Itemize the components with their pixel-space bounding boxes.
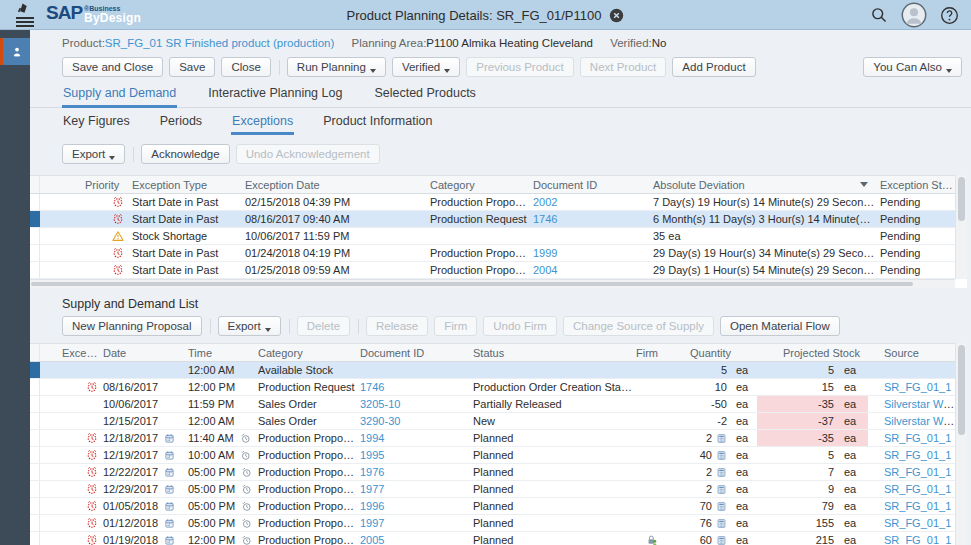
calendar-picker-icon[interactable] [164,535,175,545]
source-link[interactable]: SR_FG_01_1 [884,449,951,461]
source-link[interactable]: SR_FG_01_1 [884,500,951,512]
supply-row[interactable]: 12/19/2017 10:00 AM Production Proposal … [30,447,967,464]
export-button[interactable]: Export [218,316,281,336]
col-exception-status[interactable]: Exception Status [875,176,955,193]
clock-picker-icon[interactable] [240,450,251,461]
save-button[interactable]: Save [169,57,215,77]
document-id-link[interactable]: 3290-30 [360,415,400,427]
source-link[interactable]: Silverstar Whol... [884,415,955,427]
supply-row[interactable]: 12/18/2017 11:40 AM Production Proposal … [30,430,967,447]
clock-picker-icon[interactable] [241,518,252,529]
supply-row[interactable]: 01/19/2018 12:00 PM Production Proposal … [30,532,967,545]
supply-row[interactable]: 08/16/2017 12:00 PM Production Request 1… [30,379,967,396]
col-category[interactable]: Category [425,176,528,193]
quantity-editor-icon[interactable] [716,518,727,529]
release-button[interactable]: Release [366,316,428,336]
source-link[interactable]: SR_FG_01_1 [884,466,951,478]
row-selector[interactable] [30,447,40,463]
source-link[interactable]: SR_FG_01_1 [884,483,951,495]
user-avatar[interactable] [901,2,927,28]
col-status[interactable]: Status [467,344,635,361]
quantity-editor-icon[interactable] [716,433,727,444]
vertical-scrollbar[interactable] [955,343,967,545]
help-icon[interactable] [940,6,959,25]
calendar-picker-icon[interactable] [164,484,175,495]
document-id-link[interactable]: 1995 [360,449,384,461]
tab-selected-products[interactable]: Selected Products [373,82,476,105]
quantity-editor-icon[interactable] [716,535,727,545]
source-link[interactable]: SR_FG_01_1 [884,381,951,393]
run-planning-button[interactable]: Run Planning [287,57,386,77]
col-source[interactable]: Source [868,344,955,361]
calendar-picker-icon[interactable] [164,450,175,461]
supply-row[interactable]: 01/12/2018 05:00 PM Production Proposal … [30,515,967,532]
quantity-editor-icon[interactable] [716,501,727,512]
col-firm[interactable]: Firm [635,344,662,361]
clock-picker-icon[interactable] [241,484,252,495]
document-id-link[interactable]: 2002 [533,196,557,208]
exception-row[interactable]: Start Date in Past 01/25/2018 09:59 AM P… [30,262,967,279]
clock-picker-icon[interactable] [241,535,252,545]
col-exception-type[interactable]: Exception Type [128,176,240,193]
supply-row[interactable]: 01/05/2018 05:00 PM Production Proposal … [30,498,967,515]
tab-interactive-planning-log[interactable]: Interactive Planning Log [207,82,343,105]
supply-row-selected[interactable]: 12:00 AM Available Stock 5ea 5ea [30,362,967,379]
clock-picker-icon[interactable] [241,467,252,478]
firm-button[interactable]: Firm [434,316,477,336]
document-id-link[interactable]: 1746 [533,213,557,225]
col-date[interactable]: Date [100,344,183,361]
tab-periods[interactable]: Periods [159,112,203,135]
row-selector[interactable] [30,194,40,210]
row-selector[interactable] [30,498,40,514]
change-source-of-supply-button[interactable]: Change Source of Supply [563,316,714,336]
clock-picker-icon[interactable] [241,501,252,512]
row-selector[interactable] [30,228,40,244]
document-id-link[interactable]: 3205-10 [360,398,400,410]
open-material-flow-button[interactable]: Open Material Flow [720,316,840,336]
col-projected-stock[interactable]: Projected Stock [757,344,868,361]
col-exception-date[interactable]: Exception Date [240,176,425,193]
quantity-editor-icon[interactable] [716,450,727,461]
document-id-link[interactable]: 1977 [360,483,384,495]
row-selector[interactable] [30,245,40,261]
col-document-id[interactable]: Document ID [355,344,467,361]
calendar-picker-icon[interactable] [164,467,175,478]
quantity-editor-icon[interactable] [716,467,727,478]
document-id-link[interactable]: 2005 [360,534,384,545]
row-selector[interactable] [30,396,40,412]
document-id-link[interactable]: 1994 [360,432,384,444]
row-selector[interactable] [30,532,40,545]
exception-row[interactable]: Start Date in Past 02/15/2018 04:39 PM P… [30,194,967,211]
calendar-picker-icon[interactable] [164,501,175,512]
col-category[interactable]: Category [252,344,355,361]
horizontal-scrollbar[interactable] [30,279,955,288]
supply-row[interactable]: 10/06/2017 11:59 PM Sales Order 3205-10 … [30,396,967,413]
tab-product-information[interactable]: Product Information [322,112,433,135]
row-selector[interactable] [30,464,40,480]
calendar-picker-icon[interactable] [164,433,175,444]
row-selector[interactable] [30,262,40,278]
row-selector[interactable] [30,379,40,395]
source-link[interactable]: SR_FG_01_1 [884,517,951,529]
document-id-link[interactable]: 1746 [360,381,384,393]
sort-descending-icon[interactable] [860,182,868,187]
document-id-link[interactable]: 1999 [533,247,557,259]
supply-row[interactable]: 12/22/2017 05:00 PM Production Proposal … [30,464,967,481]
source-link[interactable]: Silverstar Whol... [884,398,955,410]
supply-row[interactable]: 12/15/2017 12:00 AM Sales Order 3290-30 … [30,413,967,430]
col-priority[interactable]: Priority [40,176,128,193]
acknowledge-button[interactable]: Acknowledge [141,144,229,164]
clock-picker-icon[interactable] [240,433,251,444]
tab-exceptions[interactable]: Exceptions [231,112,294,135]
add-product-button[interactable]: Add Product [672,57,755,77]
product-link[interactable]: SR_FG_01 SR Finished product (production… [105,37,334,49]
source-link[interactable]: SR_FG_01_1 [884,432,951,444]
close-page-icon[interactable] [609,8,624,23]
calendar-picker-icon[interactable] [164,518,175,529]
tab-key-figures[interactable]: Key Figures [62,112,131,135]
new-planning-proposal-button[interactable]: New Planning Proposal [62,316,202,336]
row-selector[interactable] [30,211,40,227]
save-and-close-button[interactable]: Save and Close [62,57,163,77]
verified-button[interactable]: Verified [392,57,460,77]
previous-product-button[interactable]: Previous Product [466,57,574,77]
